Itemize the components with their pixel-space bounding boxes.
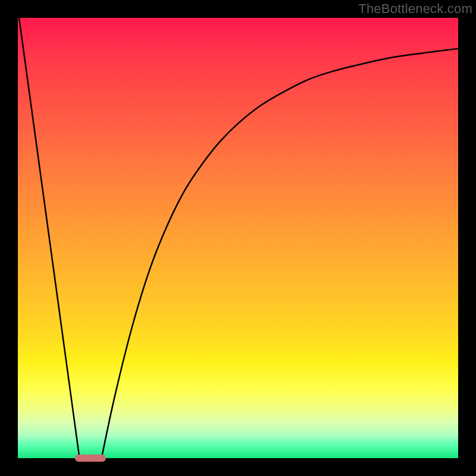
curve-svg — [18, 18, 458, 458]
left-line-path — [18, 9, 80, 458]
minimum-marker — [75, 455, 106, 462]
plot-area — [18, 18, 458, 458]
right-curve-path — [102, 49, 458, 458]
chart-frame: TheBottleneck.com — [0, 0, 476, 476]
watermark-text: TheBottleneck.com — [358, 1, 472, 17]
